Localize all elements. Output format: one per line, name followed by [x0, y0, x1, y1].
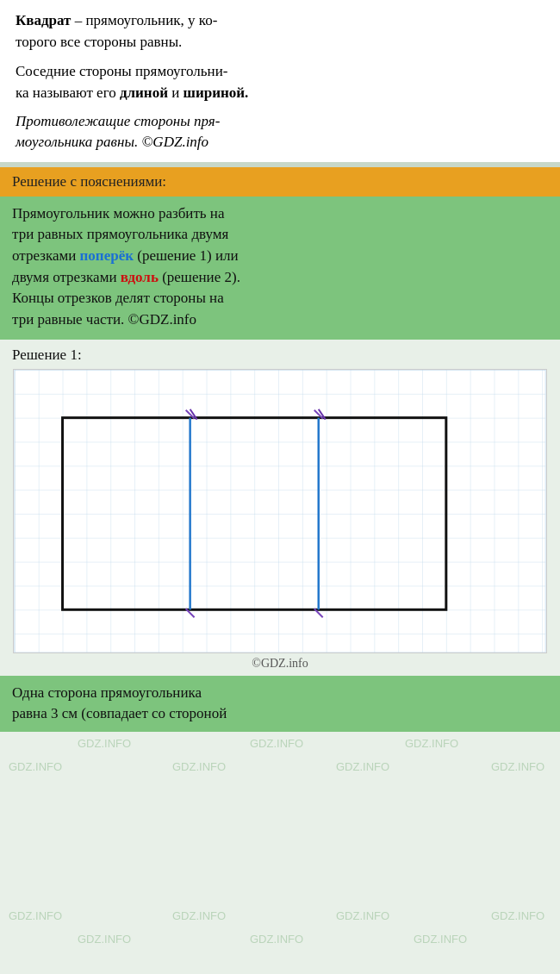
- watermark: GDZ.INFO: [172, 909, 226, 922]
- solution1-grid: [13, 369, 547, 653]
- solution1-section: Решение 1:: [0, 340, 560, 676]
- watermark: GDZ.INFO: [78, 737, 131, 750]
- solution-explanation-section: Прямоугольник можно разбить на три равны…: [0, 197, 560, 340]
- solution-line5: Концы отрезков делят стороны на: [12, 288, 548, 309]
- watermark: GDZ.INFO: [405, 737, 458, 750]
- solution-header-text: Решение с пояснениями:: [12, 173, 166, 190]
- keyword-poperek: поперёк: [80, 247, 134, 264]
- keyword-kvadrat: Квадрат: [16, 12, 71, 28]
- watermark: GDZ.INFO: [414, 933, 467, 946]
- sol-text-dvumya: двумя отрезками: [12, 269, 121, 285]
- sol-text-otrezkami: отрезками: [12, 247, 80, 264]
- definition-line4: ка называют его длиной и шириной.: [16, 83, 544, 104]
- watermark: GDZ.INFO: [78, 933, 131, 946]
- watermark: GDZ.INFO: [491, 760, 544, 773]
- definition-line6: моугольника равны. ©GDZ.info: [16, 132, 544, 153]
- definition-line5: Противолежащие стороны пря-: [16, 111, 544, 133]
- solution1-label: Решение 1:: [12, 347, 548, 364]
- definition-section: Квадрат – прямоугольник, у ко- торого вс…: [0, 0, 560, 162]
- watermark: GDZ.INFO: [172, 760, 226, 773]
- definition-line3: Соседние стороны прямоугольни-: [16, 61, 544, 83]
- sol-text-reshen2: (решение 2).: [159, 269, 240, 285]
- solution-header-section: Решение с пояснениями:: [0, 167, 560, 197]
- watermark: GDZ.INFO: [336, 909, 389, 922]
- solution-line2: три равных прямоугольника двумя: [12, 224, 548, 246]
- bottom-line2: равна 3 см (совпадает со стороной: [12, 703, 548, 725]
- keyword-dlina: длиной: [120, 84, 168, 101]
- watermark: GDZ.INFO: [9, 909, 62, 922]
- grid-copyright: ©GDZ.info: [12, 653, 548, 676]
- solution-line1: Прямоугольник можно разбить на: [12, 203, 548, 225]
- keyword-shirina: шириной.: [184, 84, 249, 101]
- watermark: GDZ.INFO: [336, 760, 389, 773]
- bottom-line1: Одна сторона прямоугольника: [12, 683, 548, 704]
- def-text-i: и: [168, 84, 184, 101]
- definition-line1: Квадрат – прямоугольник, у ко-: [16, 10, 544, 32]
- watermark: GDZ.INFO: [250, 933, 303, 946]
- def-text-sosednie: ка называют его: [16, 84, 120, 101]
- keyword-vdol: вдоль: [121, 269, 159, 285]
- bottom-section: Одна сторона прямоугольника равна 3 см (…: [0, 676, 560, 732]
- watermark: GDZ.INFO: [9, 760, 62, 773]
- definition-text1: – прямоугольник, у ко-: [71, 12, 217, 28]
- sol-text-reshen1: (решение 1) или: [134, 247, 239, 264]
- solution-line3: отрезками поперёк (решение 1) или: [12, 246, 548, 267]
- solution-line4: двумя отрезками вдоль (решение 2).: [12, 267, 548, 289]
- solution-line6: три равные части. ©GDZ.info: [12, 309, 548, 331]
- definition-line2: торого все стороны равны.: [16, 32, 544, 53]
- watermark: GDZ.INFO: [491, 909, 544, 922]
- watermark: GDZ.INFO: [250, 737, 303, 750]
